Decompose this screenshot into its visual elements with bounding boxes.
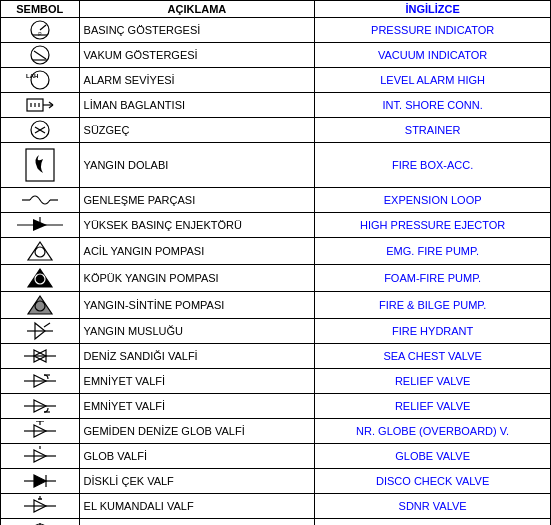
table-row: GENLEŞME PARÇASIEXPENSION LOOP (1, 188, 551, 213)
ingilizce-cell: LEVEL ALARM HIGH (315, 68, 551, 93)
ingilizce-cell: EXPENSION LOOP (315, 188, 551, 213)
symbol-cell (1, 292, 80, 319)
ingilizce-cell: STRAINER (315, 118, 551, 143)
svg-line-1 (40, 25, 46, 30)
ingilizce-cell: DISCO CHECK VALVE (315, 469, 551, 494)
aciklama-cell: DENİZ SANDIĞI VALFİ (79, 344, 315, 369)
table-row: EMNİYET VALFİRELIEF VALVE (1, 394, 551, 419)
ingilizce-cell: RELIEF VALVE (315, 394, 551, 419)
ingilizce-cell: SDNR VALVE (315, 494, 551, 519)
aciklama-cell: YÜKSEK BASINÇ ENJEKTÖRÜ (79, 213, 315, 238)
table-row: YANGIN-SİNTİNE POMPASIFIRE & BILGE PUMP. (1, 292, 551, 319)
ingilizce-cell: INT. SHORE CONN. (315, 93, 551, 118)
table-row: YÜKSEK BASINÇ ENJEKTÖRÜHIGH PRESSURE EJE… (1, 213, 551, 238)
header-ingilizce: İNGİLİZCE (315, 1, 551, 18)
aciklama-cell: GEMİDEN DENİZE GLOB VALFİ (79, 419, 315, 444)
symbol-cell: P (1, 18, 80, 43)
symbol-cell (1, 188, 80, 213)
aciklama-cell: YANGIN-SİNTİNE POMPASI (79, 292, 315, 319)
table-row: PBASINÇ GÖSTERGESİPRESSURE INDICATOR (1, 18, 551, 43)
svg-text:LAH: LAH (26, 73, 38, 79)
svg-marker-51 (34, 475, 46, 487)
symbol-cell (1, 143, 80, 188)
aciklama-cell: KELEBEK VALF (79, 519, 315, 526)
header-aciklama: AÇIKLAMA (79, 1, 315, 18)
symbol-cell (1, 519, 80, 526)
aciklama-cell: GENLEŞME PARÇASI (79, 188, 315, 213)
table-row: LAHALARM SEVİYESİLEVEL ALARM HIGH (1, 68, 551, 93)
table-row: EL KUMANDALI VALFSDNR VALVE (1, 494, 551, 519)
symbol-cell (1, 43, 80, 68)
ingilizce-cell: FOAM-FIRE PUMP. (315, 265, 551, 292)
aciklama-cell: EMNİYET VALFİ (79, 369, 315, 394)
symbol-cell (1, 238, 80, 265)
table-row: KÖPÜK YANGIN POMPASIFOAM-FIRE PUMP. (1, 265, 551, 292)
ingilizce-cell: FIRE & BILGE PUMP. (315, 292, 551, 319)
symbol-cell (1, 213, 80, 238)
aciklama-cell: EMNİYET VALFİ (79, 394, 315, 419)
table-row: SÜZGEÇSTRAINER (1, 118, 551, 143)
svg-line-5 (34, 51, 46, 59)
aciklama-cell: YANGIN MUSLUĞU (79, 319, 315, 344)
symbol-cell (1, 319, 80, 344)
aciklama-cell: SÜZGEÇ (79, 118, 315, 143)
svg-line-33 (44, 323, 50, 327)
symbol-cell (1, 444, 80, 469)
table-row: GLOB VALFİGLOBE VALVE (1, 444, 551, 469)
aciklama-cell: LİMAN BAGLANTISI (79, 93, 315, 118)
ingilizce-cell: HIGH PRESSURE EJECTOR (315, 213, 551, 238)
symbol-cell (1, 419, 80, 444)
table-row: KELEBEK VALFBUTTERFLY VALVE (1, 519, 551, 526)
ingilizce-cell: EMG. FIRE PUMP. (315, 238, 551, 265)
ingilizce-cell: FIRE BOX-ACC. (315, 143, 551, 188)
aciklama-cell: GLOB VALFİ (79, 444, 315, 469)
ingilizce-cell: FIRE HYDRANT (315, 319, 551, 344)
symbol-cell (1, 469, 80, 494)
aciklama-cell: YANGIN DOLABI (79, 143, 315, 188)
ingilizce-cell: SEA CHEST VALVE (315, 344, 551, 369)
table-row: ACİL YANGIN POMPASIEMG. FIRE PUMP. (1, 238, 551, 265)
ingilizce-cell: RELIEF VALVE (315, 369, 551, 394)
table-row: YANGIN DOLABIFIRE BOX-ACC. (1, 143, 551, 188)
table-row: VAKUM GÖSTERGESİVACUUM INDICATOR (1, 43, 551, 68)
table-row: DENİZ SANDIĞI VALFİSEA CHEST VALVE (1, 344, 551, 369)
symbol-cell (1, 93, 80, 118)
aciklama-cell: ACİL YANGIN POMPASI (79, 238, 315, 265)
ingilizce-cell: VACUUM INDICATOR (315, 43, 551, 68)
ingilizce-cell: NR. GLOBE (OVERBOARD) V. (315, 419, 551, 444)
aciklama-cell: BASINÇ GÖSTERGESİ (79, 18, 315, 43)
table-row: GEMİDEN DENİZE GLOB VALFİNR. GLOBE (OVER… (1, 419, 551, 444)
table-row: LİMAN BAGLANTISIINT. SHORE CONN. (1, 93, 551, 118)
aciklama-cell: EL KUMANDALI VALF (79, 494, 315, 519)
table-row: DİSKLİ ÇEK VALFDISCO CHECK VALVE (1, 469, 551, 494)
aciklama-cell: ALARM SEVİYESİ (79, 68, 315, 93)
symbol-cell (1, 118, 80, 143)
table-row: YANGIN MUSLUĞUFIRE HYDRANT (1, 319, 551, 344)
symbol-cell (1, 265, 80, 292)
symbol-cell: LAH (1, 68, 80, 93)
ingilizce-cell: BUTTERFLY VALVE (315, 519, 551, 526)
aciklama-cell: VAKUM GÖSTERGESİ (79, 43, 315, 68)
table-row: EMNİYET VALFİRELIEF VALVE (1, 369, 551, 394)
symbol-cell (1, 369, 80, 394)
aciklama-cell: DİSKLİ ÇEK VALF (79, 469, 315, 494)
ingilizce-cell: PRESSURE INDICATOR (315, 18, 551, 43)
symbol-cell (1, 344, 80, 369)
svg-point-26 (35, 247, 45, 257)
symbol-cell (1, 394, 80, 419)
aciklama-cell: KÖPÜK YANGIN POMPASI (79, 265, 315, 292)
header-sembol: SEMBOL (1, 1, 80, 18)
symbol-cell (1, 494, 80, 519)
svg-text:P: P (38, 31, 42, 37)
ingilizce-cell: GLOBE VALVE (315, 444, 551, 469)
